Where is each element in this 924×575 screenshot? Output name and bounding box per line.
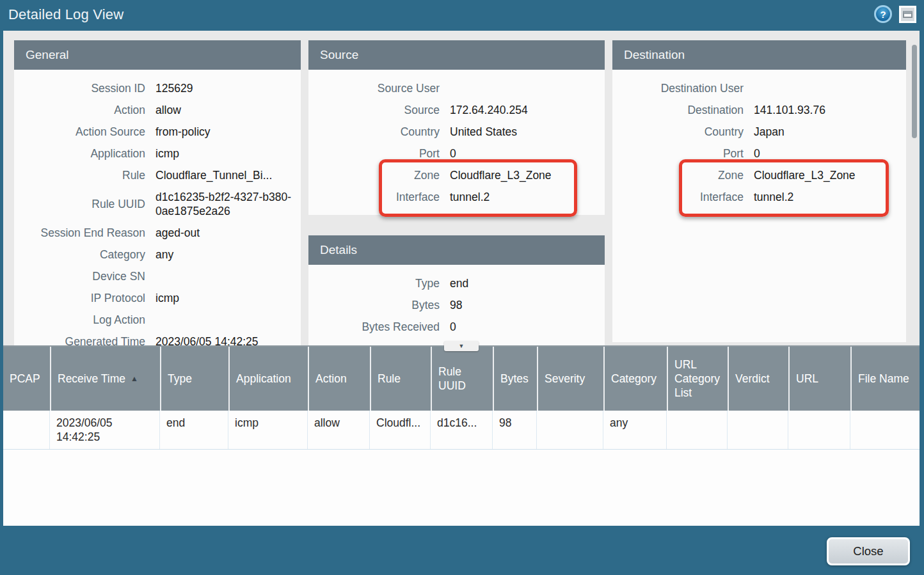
column-label: Receive Time xyxy=(58,372,125,386)
column-label: Verdict xyxy=(735,372,770,386)
sort-asc-icon: ▲ xyxy=(131,372,138,386)
field-session-id: Session ID 125629 xyxy=(14,77,301,99)
panel-destination-header: Destination xyxy=(612,40,906,70)
field-value: 125629 xyxy=(155,81,294,95)
column-label: Bytes xyxy=(500,372,529,386)
field-label: Source User xyxy=(308,82,440,95)
field-value: icmp xyxy=(155,291,294,305)
dialog-title: Detailed Log View xyxy=(8,6,123,23)
field-destination-user: Destination User xyxy=(612,77,906,99)
field-category: Category any xyxy=(14,244,301,265)
field-label: Session ID xyxy=(14,82,145,95)
column-header-rule-uuid[interactable]: Rule UUID xyxy=(431,347,493,411)
column-label: PCAP xyxy=(10,372,40,386)
field-label: Log Action xyxy=(14,313,145,327)
field-value: from-policy xyxy=(155,125,294,139)
field-value: 141.101.93.76 xyxy=(754,103,900,117)
cell-pcap xyxy=(3,411,50,449)
field-label: Device SN xyxy=(14,270,145,283)
field-source-interface: Interface tunnel.2 xyxy=(308,186,605,208)
panel-general-header: General xyxy=(14,40,301,70)
field-label: IP Protocol xyxy=(14,292,145,305)
window-glyph xyxy=(903,11,912,18)
column-header-receive-time[interactable]: Receive Time ▲ xyxy=(50,347,160,411)
field-rule-uuid: Rule UUID d1c16235-b2f2-4327-b380-0ae187… xyxy=(14,186,301,222)
column-header-file-name[interactable]: File Name xyxy=(850,347,920,411)
panel-source-header: Source xyxy=(308,40,605,70)
column-header-verdict[interactable]: Verdict xyxy=(728,347,788,411)
detailed-log-view-dialog: Detailed Log View ? General Session ID 1… xyxy=(0,0,924,575)
cell-rule-uuid: d1c16... xyxy=(431,411,493,449)
column-label: Rule UUID xyxy=(438,365,489,393)
field-value: Japan xyxy=(754,125,900,139)
help-icon[interactable]: ? xyxy=(874,5,892,23)
titlebar-icons: ? xyxy=(874,5,916,23)
field-value: icmp xyxy=(155,146,294,161)
field-value: 0 xyxy=(754,146,900,161)
field-session-end-reason: Session End Reason aged-out xyxy=(14,222,301,244)
field-value: 98 xyxy=(450,298,598,312)
column-header-type[interactable]: Type xyxy=(160,347,228,411)
field-label: Destination User xyxy=(612,82,744,95)
close-button[interactable]: Close xyxy=(827,537,910,565)
panel-source-body: Source User Source 172.64.240.254 Countr… xyxy=(308,70,605,215)
field-label: Source xyxy=(308,104,440,117)
field-value: tunnel.2 xyxy=(754,190,900,204)
chevron-down-icon: ▼ xyxy=(459,343,465,349)
collapse-handle[interactable]: ▼ xyxy=(444,341,479,351)
field-destination-country: Country Japan xyxy=(612,121,906,143)
field-device-sn: Device SN xyxy=(14,265,301,287)
field-value: Cloudflare_Tunnel_Bi... xyxy=(155,168,294,182)
field-label: Country xyxy=(308,125,440,139)
cell-file-name xyxy=(850,411,920,449)
field-rule: Rule Cloudflare_Tunnel_Bi... xyxy=(14,164,301,186)
field-value: tunnel.2 xyxy=(450,190,598,204)
field-label: Port xyxy=(308,147,440,161)
field-value: end xyxy=(450,276,598,290)
help-glyph: ? xyxy=(880,9,886,20)
column-header-rule[interactable]: Rule xyxy=(370,347,431,411)
field-label: Category xyxy=(14,248,145,262)
field-value: any xyxy=(155,248,294,262)
window-restore-icon[interactable] xyxy=(899,6,916,23)
field-value: United States xyxy=(450,125,598,139)
column-label: URL Category List xyxy=(674,358,724,400)
cell-verdict xyxy=(728,411,788,449)
field-label: Rule xyxy=(14,169,145,182)
column-header-application[interactable]: Application xyxy=(228,347,308,411)
panel-destination: Destination Destination User Destination… xyxy=(612,40,906,342)
column-label: Type xyxy=(168,372,192,386)
column-header-url[interactable]: URL xyxy=(788,347,850,411)
cell-action: allow xyxy=(308,411,370,449)
field-value: d1c16235-b2f2-4327-b380-0ae1875e2a26 xyxy=(155,190,294,218)
field-label: Port xyxy=(612,147,744,161)
column-label: File Name xyxy=(858,372,909,386)
cell-category: any xyxy=(603,411,667,449)
column-header-pcap[interactable]: PCAP xyxy=(3,347,50,411)
column-header-bytes[interactable]: Bytes xyxy=(493,347,537,411)
field-source-port: Port 0 xyxy=(308,143,605,164)
field-label: Interface xyxy=(308,191,440,204)
field-source-country: Country United States xyxy=(308,121,605,143)
titlebar: Detailed Log View ? xyxy=(0,0,924,31)
vertical-scrollbar-thumb[interactable] xyxy=(912,45,917,138)
panel-general-body: Session ID 125629 Action allow Action So… xyxy=(14,70,301,359)
column-header-category[interactable]: Category xyxy=(603,347,667,411)
cell-severity xyxy=(537,411,603,449)
field-value: aged-out xyxy=(155,226,294,240)
field-source-user: Source User xyxy=(308,77,605,99)
field-label: Application xyxy=(14,147,145,161)
panel-destination-body: Destination User Destination 141.101.93.… xyxy=(612,70,906,342)
column-header-url-category-list[interactable]: URL Category List xyxy=(667,347,728,411)
panel-general: General Session ID 125629 Action allow A… xyxy=(14,40,301,359)
column-header-action[interactable]: Action xyxy=(308,347,370,411)
field-label: Type xyxy=(308,277,440,290)
field-value: Cloudflare_L3_Zone xyxy=(754,168,900,182)
table-row[interactable]: 2023/06/05 14:42:25 end icmp allow Cloud… xyxy=(3,411,920,450)
field-label: Bytes xyxy=(308,299,440,312)
field-label: Zone xyxy=(612,169,744,182)
field-action: Action allow xyxy=(14,99,301,121)
column-header-severity[interactable]: Severity xyxy=(537,347,603,411)
table-header-row: PCAP Receive Time ▲ Type Application Act… xyxy=(3,347,920,411)
field-ip-protocol: IP Protocol icmp xyxy=(14,287,301,309)
